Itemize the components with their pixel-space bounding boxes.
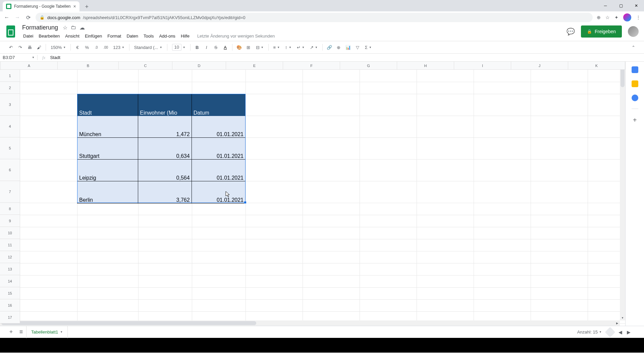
menu-format[interactable]: Format: [105, 33, 123, 39]
text-rotation-button[interactable]: ↗▼: [308, 45, 320, 50]
tasks-icon[interactable]: [632, 95, 638, 101]
col-header-f[interactable]: F: [283, 62, 340, 69]
decrease-decimal-button[interactable]: .0: [92, 43, 100, 52]
menu-hilfe[interactable]: Hilfe: [178, 33, 192, 39]
table-cell[interactable]: 01.01.2021: [192, 181, 245, 203]
row-header-6[interactable]: 6: [0, 159, 20, 181]
insert-comment-button[interactable]: ⊕: [335, 43, 343, 52]
row-header-8[interactable]: 8: [0, 203, 20, 215]
font-size-input[interactable]: 10▼: [170, 44, 187, 51]
col-header-c[interactable]: C: [119, 62, 172, 69]
insert-chart-button[interactable]: 📊: [344, 43, 352, 52]
table-cell[interactable]: 01.01.2021: [192, 116, 245, 138]
row-header-16[interactable]: 16: [0, 299, 20, 311]
table-cell[interactable]: München: [77, 116, 138, 138]
table-header-cell[interactable]: Einwohner (Mio: [138, 94, 192, 116]
currency-button[interactable]: €: [73, 43, 82, 52]
horizontal-scrollbar[interactable]: ◀ ▶: [0, 320, 620, 326]
v-align-button[interactable]: ⫶▼: [283, 45, 293, 50]
sheet-nav-right[interactable]: ▶: [627, 329, 631, 335]
name-box[interactable]: B3:D7 ▼: [0, 55, 38, 60]
back-button[interactable]: ←: [3, 14, 10, 20]
move-doc-icon[interactable]: 🗀: [71, 24, 76, 31]
all-sheets-button[interactable]: ≡: [16, 328, 26, 336]
star-icon[interactable]: ☆: [605, 15, 610, 20]
strikethrough-button[interactable]: S: [212, 43, 220, 52]
table-cell[interactable]: 3,762: [138, 181, 192, 203]
col-header-d[interactable]: D: [172, 62, 226, 69]
text-color-button[interactable]: A: [221, 43, 229, 52]
italic-button[interactable]: I: [203, 43, 211, 52]
vertical-scrollbar[interactable]: ▲ ▼: [620, 62, 625, 320]
tab-close-icon[interactable]: ×: [73, 4, 76, 9]
table-header-cell[interactable]: Stadt: [77, 94, 138, 116]
font-dropdown[interactable]: Standard (...▼: [132, 45, 164, 50]
insert-link-button[interactable]: 🔗: [325, 43, 333, 52]
menu-datei[interactable]: Datei: [21, 33, 36, 39]
vertical-scroll-thumb[interactable]: [621, 67, 625, 87]
increase-decimal-button[interactable]: .00: [102, 43, 110, 52]
cells-area[interactable]: StadtEinwohner (MioDatumMünchen1,47201.0…: [20, 70, 625, 326]
collapse-toolbar-button[interactable]: ⌃: [629, 43, 637, 52]
add-sheet-button[interactable]: +: [6, 328, 16, 336]
row-header-12[interactable]: 12: [0, 251, 20, 263]
forward-button[interactable]: →: [14, 14, 21, 20]
table-cell[interactable]: 1,472: [138, 116, 192, 138]
col-header-k[interactable]: K: [568, 62, 625, 69]
row-header-3[interactable]: 3: [0, 94, 20, 116]
menu-ansicht[interactable]: Ansicht: [63, 33, 82, 39]
table-cell[interactable]: 0,564: [138, 160, 192, 181]
table-cell[interactable]: Berlin: [77, 181, 138, 203]
col-header-e[interactable]: E: [226, 62, 283, 69]
last-edit-text[interactable]: Letzte Änderung vor wenigen Sekunden: [197, 34, 275, 39]
extensions-icon[interactable]: ✦: [614, 15, 619, 20]
minimize-button[interactable]: ─: [598, 0, 613, 11]
table-cell[interactable]: Stuttgart: [77, 138, 138, 160]
zoom-icon[interactable]: ⊕: [597, 15, 601, 20]
col-header-g[interactable]: G: [340, 62, 397, 69]
menu-addons[interactable]: Add-ons: [157, 33, 177, 39]
redo-button[interactable]: ↷: [16, 43, 24, 52]
horizontal-scroll-thumb[interactable]: [1, 321, 256, 325]
row-header-1[interactable]: 1: [0, 70, 20, 82]
table-cell[interactable]: Leipzig: [77, 160, 138, 181]
sheet-tab-1[interactable]: Tabellenblatt1 ▼: [26, 326, 68, 338]
calendar-icon[interactable]: [632, 66, 638, 73]
row-header-13[interactable]: 13: [0, 263, 20, 275]
merge-cells-button[interactable]: ⊟▼: [254, 45, 266, 50]
sheets-logo[interactable]: [4, 23, 17, 40]
account-avatar[interactable]: [628, 26, 639, 37]
col-header-i[interactable]: I: [454, 62, 511, 69]
sheet-tab-menu-icon[interactable]: ▼: [60, 330, 63, 334]
status-dropdown[interactable]: Anzahl: 15▼: [577, 329, 602, 335]
paint-format-button[interactable]: 🖌: [35, 43, 43, 52]
cloud-status-icon[interactable]: ☁: [79, 24, 85, 31]
row-header-15[interactable]: 15: [0, 287, 20, 299]
row-header-2[interactable]: 2: [0, 82, 20, 94]
close-window-button[interactable]: ✕: [629, 0, 644, 11]
bold-button[interactable]: B: [193, 43, 201, 52]
row-header-7[interactable]: 7: [0, 181, 20, 203]
table-cell[interactable]: 0,634: [138, 138, 192, 160]
browser-tab[interactable]: Formatierung - Google Tabellen ×: [3, 1, 79, 11]
formula-input[interactable]: Stadt: [50, 55, 644, 60]
print-button[interactable]: 🖶: [25, 43, 34, 52]
document-title[interactable]: Formatierung: [21, 24, 59, 32]
col-header-a[interactable]: A: [1, 62, 58, 69]
menu-bearbeiten[interactable]: Bearbeiten: [36, 33, 62, 39]
col-header-j[interactable]: J: [511, 62, 568, 69]
keep-icon[interactable]: [632, 80, 638, 87]
sheet-nav-left[interactable]: ◀: [619, 329, 622, 335]
number-format-dropdown[interactable]: 123▼: [111, 45, 126, 50]
zoom-dropdown[interactable]: 150%▼: [49, 45, 68, 50]
row-header-10[interactable]: 10: [0, 227, 20, 239]
table-cell[interactable]: 01.01.2021: [192, 138, 245, 160]
undo-button[interactable]: ↶: [7, 43, 15, 52]
row-header-17[interactable]: 17: [0, 311, 20, 323]
row-header-5[interactable]: 5: [0, 137, 20, 159]
share-button[interactable]: 🔒 Freigeben: [581, 25, 622, 38]
h-align-button[interactable]: ≡▼: [271, 45, 282, 50]
add-addon-icon[interactable]: +: [633, 116, 637, 124]
menu-tools[interactable]: Tools: [141, 33, 156, 39]
menu-einfuegen[interactable]: Einfügen: [83, 33, 104, 39]
